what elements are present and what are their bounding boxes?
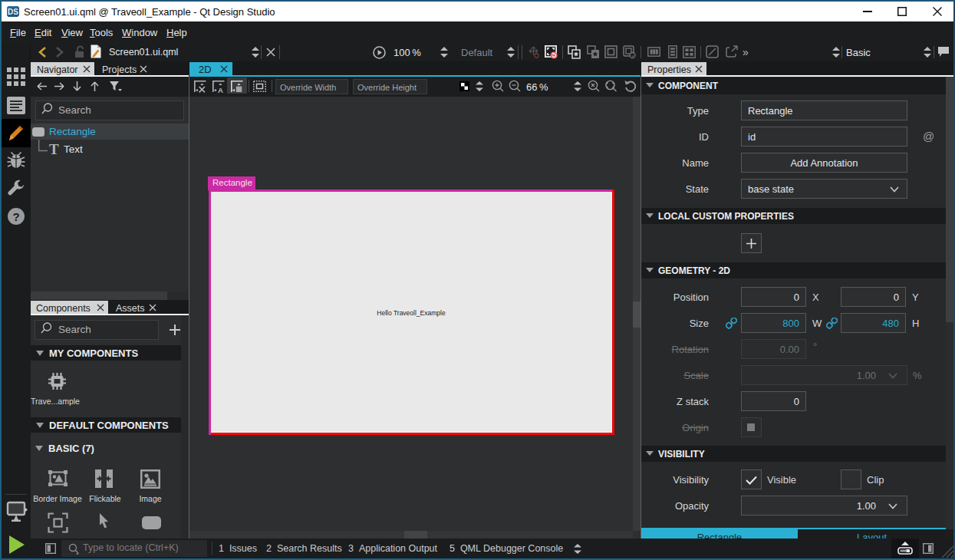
svg-text:?: ? xyxy=(12,210,19,223)
svg-text:DS: DS xyxy=(8,8,18,16)
svg-text:A: A xyxy=(218,86,223,93)
